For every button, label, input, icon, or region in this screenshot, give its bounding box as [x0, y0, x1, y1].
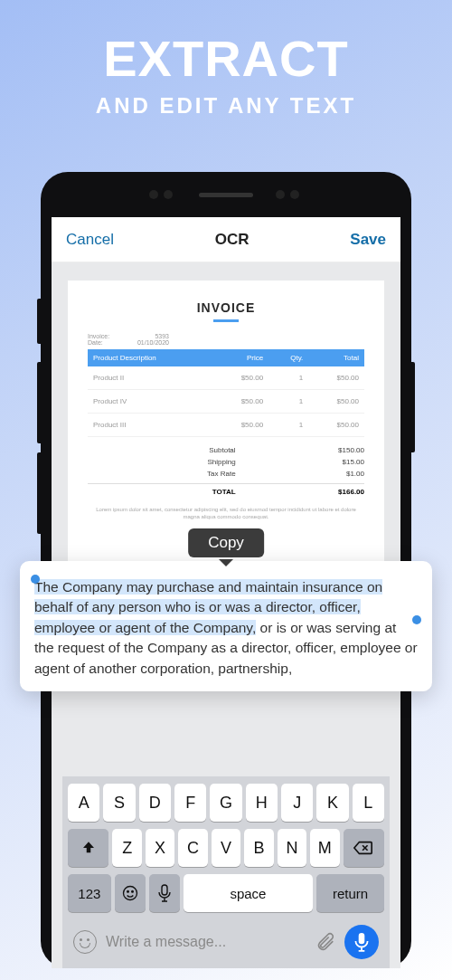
- key-v[interactable]: V: [212, 829, 240, 867]
- dictation-key[interactable]: [149, 874, 180, 912]
- keyboard: A S D F G H J K L Z X C V B N M: [62, 776, 390, 968]
- microphone-icon: [158, 884, 171, 902]
- key-b[interactable]: B: [244, 829, 273, 867]
- invoice-table: Product Description Price Qty. Total Pro…: [88, 349, 364, 437]
- svg-rect-3: [162, 885, 167, 895]
- key-g[interactable]: G: [210, 784, 241, 822]
- screen-title: OCR: [215, 231, 250, 249]
- emoji-icon: [121, 884, 139, 902]
- key-d[interactable]: D: [139, 784, 171, 822]
- key-z[interactable]: Z: [112, 829, 141, 867]
- backspace-icon: [353, 840, 373, 856]
- return-key[interactable]: return: [316, 874, 384, 912]
- navbar: Cancel OCR Save: [52, 217, 400, 262]
- key-n[interactable]: N: [278, 829, 306, 867]
- message-bar: Write a message...: [66, 919, 386, 959]
- message-input[interactable]: Write a message...: [106, 934, 306, 950]
- tooltip-arrow: [219, 559, 233, 566]
- invoice-title: INVOICE: [88, 300, 364, 315]
- key-c[interactable]: C: [178, 829, 207, 867]
- save-button[interactable]: Save: [350, 231, 386, 249]
- key-h[interactable]: H: [246, 784, 278, 822]
- table-row: Product IV$50.001$50.00: [88, 390, 364, 414]
- key-s[interactable]: S: [103, 784, 135, 822]
- hero-subtitle: AND EDIT ANY TEXT: [0, 93, 452, 119]
- voice-button[interactable]: [344, 925, 379, 959]
- selection-handle-end[interactable]: [412, 615, 421, 624]
- smiley-icon[interactable]: [73, 930, 97, 954]
- selected-text-card[interactable]: The Company may purchase and maintain in…: [20, 561, 432, 691]
- selection-handle-start[interactable]: [31, 575, 40, 584]
- invoice-footnote: Lorem ipsum dolor sit amet, consectetur …: [88, 507, 364, 521]
- attachment-icon[interactable]: [315, 932, 335, 952]
- svg-point-1: [127, 891, 128, 893]
- key-f[interactable]: F: [174, 784, 206, 822]
- microphone-icon: [354, 932, 369, 952]
- copy-tooltip[interactable]: Copy: [188, 528, 264, 557]
- key-l[interactable]: L: [353, 784, 384, 822]
- backspace-key[interactable]: [344, 829, 384, 867]
- hero-title: EXTRACT: [0, 29, 452, 88]
- cancel-button[interactable]: Cancel: [66, 231, 114, 249]
- numeric-key[interactable]: 123: [68, 874, 111, 912]
- table-row: Product II$50.001$50.00: [88, 366, 364, 390]
- key-k[interactable]: K: [316, 784, 348, 822]
- shift-key[interactable]: [68, 829, 108, 867]
- key-a[interactable]: A: [68, 784, 99, 822]
- emoji-key[interactable]: [115, 874, 146, 912]
- shift-icon: [80, 840, 97, 856]
- space-key[interactable]: space: [184, 874, 313, 912]
- svg-point-0: [123, 887, 137, 900]
- svg-rect-4: [359, 933, 365, 944]
- table-row: Product III$50.001$50.00: [88, 414, 364, 437]
- key-m[interactable]: M: [310, 829, 339, 867]
- extracted-text[interactable]: The Company may purchase and maintain in…: [34, 577, 418, 679]
- key-j[interactable]: J: [281, 784, 313, 822]
- key-x[interactable]: X: [146, 829, 174, 867]
- svg-point-2: [131, 891, 133, 893]
